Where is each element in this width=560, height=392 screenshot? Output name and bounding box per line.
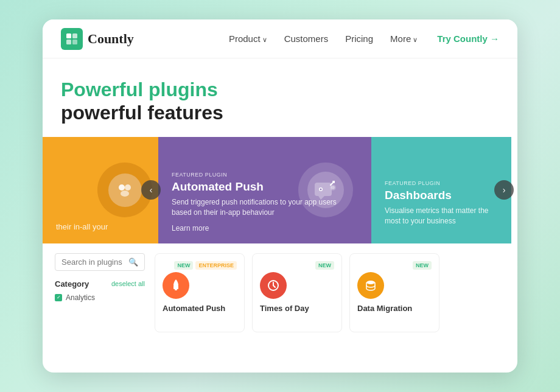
try-countly-button[interactable]: Try Countly → bbox=[437, 33, 499, 44]
plugin-card-data-migration[interactable]: NEW Data Migration bbox=[349, 253, 439, 332]
purple-card-icon-area bbox=[298, 163, 353, 217]
svg-rect-1 bbox=[72, 33, 77, 38]
logo-area: Countly bbox=[61, 28, 134, 50]
hero-title-line2: powerful features bbox=[61, 101, 499, 124]
purple-card-icon bbox=[307, 172, 344, 208]
plugins-grid: NEW ENTERPRISE Automated Push NEW bbox=[155, 253, 505, 363]
plugins-sidebar: 🔍 Category deselect all Analytics bbox=[55, 253, 145, 363]
nav-item-pricing[interactable]: Pricing bbox=[345, 33, 373, 44]
plugin-icon-times-of-day bbox=[260, 272, 287, 299]
card-teal: FEATURED PLUGIN Dashboards Visualise met… bbox=[371, 137, 511, 243]
svg-point-15 bbox=[366, 281, 375, 284]
orange-card-text: their in-all your bbox=[56, 222, 145, 233]
logo-text: Countly bbox=[88, 31, 134, 47]
category-analytics-label: Analytics bbox=[66, 293, 95, 302]
plugin-name-data-migration: Data Migration bbox=[357, 304, 432, 313]
teal-card-badge: FEATURED PLUGIN bbox=[385, 180, 498, 186]
teal-card-desc: Visualise metrics that matter the most t… bbox=[385, 206, 498, 226]
svg-rect-12 bbox=[173, 285, 178, 289]
badge-new-2: NEW bbox=[315, 261, 334, 270]
nav-links: Product Customers Pricing More bbox=[229, 33, 418, 44]
category-label: Category bbox=[55, 279, 89, 289]
card-purple: FEATURED PLUGIN Automated Push Send trig… bbox=[158, 137, 371, 243]
carousel-arrow-left[interactable]: ‹ bbox=[141, 180, 161, 200]
search-box[interactable]: 🔍 bbox=[55, 253, 145, 271]
svg-point-5 bbox=[125, 184, 131, 191]
svg-rect-3 bbox=[72, 40, 77, 44]
browser-window: Countly Product Customers Pricing More T… bbox=[43, 19, 517, 373]
svg-point-6 bbox=[121, 191, 129, 197]
logo-icon bbox=[61, 28, 83, 50]
nav-item-more[interactable]: More bbox=[390, 33, 418, 44]
svg-rect-0 bbox=[66, 33, 71, 38]
svg-point-4 bbox=[119, 184, 125, 191]
plugin-badge-row-2: NEW bbox=[260, 261, 334, 270]
nav-item-customers[interactable]: Customers bbox=[284, 33, 329, 44]
category-item-analytics[interactable]: Analytics bbox=[55, 293, 145, 302]
carousel-arrow-right[interactable]: › bbox=[494, 180, 514, 200]
plugin-icon-automated-push bbox=[163, 272, 189, 299]
navbar: Countly Product Customers Pricing More T… bbox=[43, 19, 517, 58]
category-check-analytics bbox=[55, 294, 62, 301]
hero-title-line1: Powerful plugins bbox=[61, 78, 499, 101]
plugin-badge-row-3: NEW bbox=[357, 261, 432, 270]
deselect-link[interactable]: deselect all bbox=[111, 280, 145, 287]
svg-point-11 bbox=[331, 186, 335, 189]
carousel: their in-all your bbox=[43, 137, 517, 243]
svg-rect-7 bbox=[315, 183, 332, 196]
badge-new-3: NEW bbox=[413, 261, 432, 270]
hero-section: Powerful plugins powerful features bbox=[43, 58, 517, 137]
plugin-card-automated-push[interactable]: NEW ENTERPRISE Automated Push bbox=[155, 253, 245, 332]
plugin-name-automated-push: Automated Push bbox=[163, 304, 237, 313]
search-input[interactable] bbox=[61, 257, 125, 267]
svg-point-9 bbox=[320, 189, 322, 191]
plugin-badge-row-1: NEW ENTERPRISE bbox=[163, 261, 237, 270]
svg-rect-13 bbox=[175, 289, 177, 290]
svg-rect-2 bbox=[66, 40, 71, 44]
nav-item-product[interactable]: Product bbox=[229, 33, 267, 44]
teal-card-title: Dashboards bbox=[385, 189, 498, 202]
badge-enterprise-1: ENTERPRISE bbox=[195, 261, 237, 270]
plugin-icon-data-migration bbox=[357, 272, 384, 299]
badge-new-1: NEW bbox=[174, 261, 193, 270]
search-icon: 🔍 bbox=[128, 257, 138, 267]
plugin-card-times-of-day[interactable]: NEW Times of Day bbox=[252, 253, 342, 332]
category-header: Category deselect all bbox=[55, 279, 145, 289]
plugin-name-times-of-day: Times of Day bbox=[260, 304, 334, 313]
orange-card-icon bbox=[108, 173, 142, 207]
purple-card-link[interactable]: Learn more bbox=[172, 224, 358, 233]
plugins-section: 🔍 Category deselect all Analytics NEW EN… bbox=[43, 243, 517, 373]
